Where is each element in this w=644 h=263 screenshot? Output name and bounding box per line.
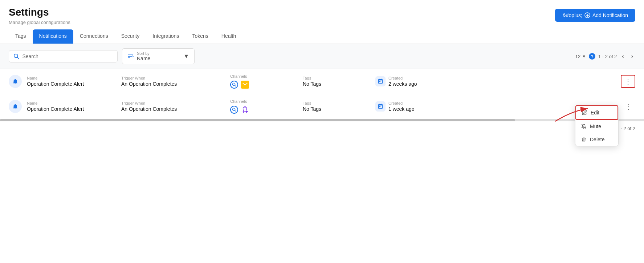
col-name-2: Name Operation Complete Alert	[27, 101, 107, 112]
context-menu: Edit Mute	[575, 105, 619, 146]
row2-container: Name Operation Complete Alert Trigger Wh…	[0, 94, 644, 119]
tags-label-1: Tags	[303, 76, 361, 80]
sort-icon	[127, 53, 134, 60]
tab-integrations[interactable]: Integrations	[146, 29, 186, 44]
add-icon	[584, 12, 590, 18]
channel-email-icon	[241, 81, 249, 89]
sort-value-label: Name	[137, 56, 150, 61]
col-created-2: Created 1 week ago	[375, 101, 433, 112]
col-trigger-2: Trigger When An Operation Completes	[121, 101, 216, 112]
svg-point-15	[244, 106, 246, 108]
name-label-2: Name	[27, 101, 107, 105]
created-text-2: Created 1 week ago	[388, 101, 415, 112]
per-page-chevron-icon: ▼	[582, 54, 586, 58]
svg-point-13	[243, 112, 245, 113]
col-tags-1: Tags No Tags	[303, 76, 361, 87]
scrollbar-thumb[interactable]	[0, 119, 515, 121]
row-action-button-2[interactable]: ⋮	[622, 101, 635, 112]
trigger-label-2: Trigger When	[121, 101, 216, 105]
delete-icon	[581, 137, 586, 142]
prev-page-button[interactable]: ‹	[620, 52, 626, 60]
calendar-icon-1	[375, 76, 386, 86]
channel-search-icon-2	[230, 106, 238, 114]
trigger-value-2: An Operation Completes	[121, 106, 216, 112]
col-created-1: Created 2 weeks ago	[375, 76, 433, 87]
edit-icon	[582, 110, 587, 115]
channel-webhook-icon	[241, 106, 249, 114]
per-page-value: 12	[575, 54, 580, 59]
bottom-page-range: 1 - 2 of 2	[617, 126, 635, 131]
col-tags-2: Tags No Tags	[303, 101, 361, 112]
svg-line-4	[17, 57, 19, 58]
svg-line-9	[235, 85, 236, 86]
notifications-table: Name Operation Complete Alert Trigger Wh…	[0, 69, 644, 121]
trigger-label-1: Trigger When	[121, 76, 216, 80]
trigger-value-1: An Operation Completes	[121, 81, 216, 87]
search-box	[9, 50, 118, 62]
tab-notifications[interactable]: Notifications	[33, 29, 73, 44]
tab-connections[interactable]: Connections	[73, 29, 115, 44]
channels-label-1: Channels	[230, 74, 281, 78]
toolbar-right: 12 ▼ ? 1 - 2 of 2 ‹ ›	[575, 52, 635, 60]
tags-label-2: Tags	[303, 101, 361, 105]
name-label-1: Name	[27, 76, 107, 80]
per-page-selector[interactable]: 12 ▼	[575, 54, 586, 59]
created-text-1: Created 2 weeks ago	[388, 76, 417, 87]
svg-line-12	[235, 110, 236, 111]
search-input[interactable]	[22, 53, 113, 59]
sort-dropdown[interactable]: Sort by Name ▼	[122, 48, 195, 64]
col-channels-1: Channels	[230, 74, 281, 89]
bottom-toolbar: 12 ▼ ? 1 - 2 of 2	[0, 121, 644, 135]
add-notification-label: Add Notification	[592, 12, 628, 18]
channels-label-2: Channels	[230, 99, 281, 104]
page-range: 1 - 2 of 2	[598, 54, 617, 59]
scrollbar-track[interactable]	[0, 119, 644, 121]
tab-health[interactable]: Health	[215, 29, 242, 44]
context-menu-delete[interactable]: Delete	[575, 133, 618, 146]
header-left: Settings Manage global configurations	[9, 7, 70, 25]
tags-value-1: No Tags	[303, 81, 361, 87]
notification-bell-icon-2	[9, 100, 22, 113]
context-menu-mute[interactable]: Mute	[575, 120, 618, 133]
table-row: Name Operation Complete Alert Trigger Wh…	[0, 69, 644, 94]
tags-value-2: No Tags	[303, 106, 361, 112]
tabs-nav: Tags Notifications Connections Security …	[0, 29, 644, 44]
channels-icons-2	[230, 106, 281, 114]
delete-label: Delete	[590, 137, 604, 142]
next-page-button[interactable]: ›	[629, 52, 635, 60]
toolbar: Sort by Name ▼ 12 ▼ ? 1 - 2 of 2 ‹ ›	[0, 44, 644, 69]
help-icon[interactable]: ?	[589, 53, 595, 60]
name-value-2: Operation Complete Alert	[27, 106, 107, 112]
channel-search-icon	[230, 81, 238, 89]
tab-tokens[interactable]: Tokens	[186, 29, 215, 44]
page-container: Settings Manage global configurations &#…	[0, 0, 644, 263]
context-menu-edit[interactable]: Edit	[575, 105, 618, 120]
col-name-1: Name Operation Complete Alert	[27, 76, 107, 87]
sort-by-label: Sort by	[137, 51, 150, 56]
search-icon	[13, 53, 19, 60]
page-header: Settings Manage global configurations &#…	[0, 0, 644, 25]
col-trigger-1: Trigger When An Operation Completes	[121, 76, 216, 87]
page-title: Settings	[9, 7, 70, 18]
calendar-icon-2	[375, 101, 386, 112]
plus-icon: &#oplus;	[562, 12, 582, 18]
page-subtitle: Manage global configurations	[9, 20, 70, 25]
row-action-button-1[interactable]: ⋮	[621, 75, 635, 88]
mute-icon	[581, 124, 586, 129]
name-value-1: Operation Complete Alert	[27, 81, 107, 87]
add-notification-button[interactable]: &#oplus; Add Notification	[555, 9, 635, 22]
col-channels-2: Channels	[230, 99, 281, 114]
mute-label: Mute	[590, 124, 601, 129]
table-row: Name Operation Complete Alert Trigger Wh…	[0, 94, 644, 119]
tab-tags[interactable]: Tags	[9, 29, 33, 44]
svg-point-14	[246, 112, 247, 113]
notification-bell-icon	[9, 75, 22, 88]
sort-chevron-icon: ▼	[183, 53, 189, 60]
tab-security[interactable]: Security	[115, 29, 146, 44]
edit-label: Edit	[591, 110, 599, 116]
channels-icons-1	[230, 81, 281, 89]
